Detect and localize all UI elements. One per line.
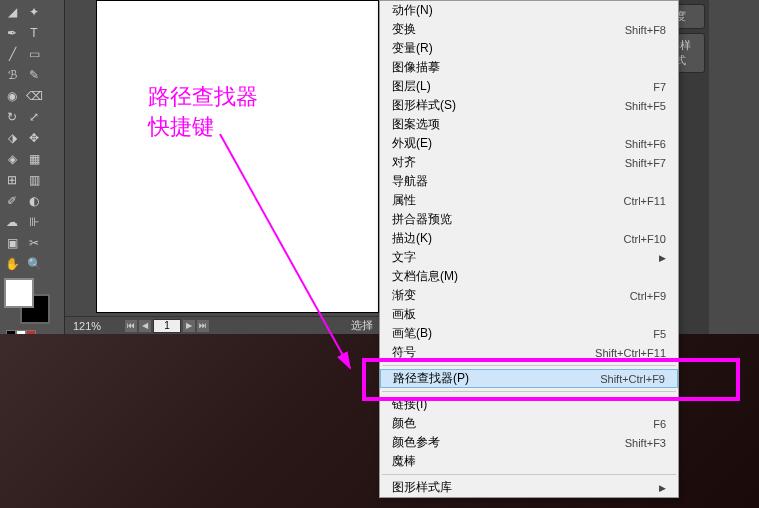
page-input[interactable]: [153, 319, 181, 333]
menu-pathfinder[interactable]: 路径查找器(P)Shift+Ctrl+F9: [380, 369, 678, 388]
tool-eraser[interactable]: ⌫: [24, 86, 44, 106]
menu-links[interactable]: 链接(I): [380, 395, 678, 414]
tool-pen[interactable]: ✒: [2, 23, 22, 43]
annotation-line1: 路径查找器: [148, 82, 258, 112]
tool-graph[interactable]: ⊪: [24, 212, 44, 232]
menu-docinfo[interactable]: 文档信息(M): [380, 267, 678, 286]
tool-shape[interactable]: ◈: [2, 149, 22, 169]
menu-magicwand[interactable]: 魔棒: [380, 452, 678, 471]
tool-line[interactable]: ╱: [2, 44, 22, 64]
menu-color[interactable]: 颜色F6: [380, 414, 678, 433]
menu-separator: [382, 474, 676, 475]
menu-colorguide[interactable]: 颜色参考Shift+F3: [380, 433, 678, 452]
tool-blob[interactable]: ◉: [2, 86, 22, 106]
annotation-line2: 快捷键: [148, 112, 258, 142]
menu-imagetrace[interactable]: 图像描摹: [380, 58, 678, 77]
tool-hand[interactable]: ✋: [2, 254, 22, 274]
page-navigator: ⏮ ◀ ▶ ⏭: [125, 319, 209, 333]
menu-artboards[interactable]: 画板: [380, 305, 678, 324]
tool-slice[interactable]: ✂: [24, 233, 44, 253]
menu-appearance[interactable]: 外观(E)Shift+F6: [380, 134, 678, 153]
last-page-button[interactable]: ⏭: [197, 320, 209, 332]
tool-width[interactable]: ⬗: [2, 128, 22, 148]
tool-wand[interactable]: ✦: [24, 2, 44, 22]
prev-page-button[interactable]: ◀: [139, 320, 151, 332]
tool-artboard[interactable]: ▣: [2, 233, 22, 253]
menu-flattener[interactable]: 拼合器预览: [380, 210, 678, 229]
menu-symbols[interactable]: 符号Shift+Ctrl+F11: [380, 343, 678, 362]
menu-transform[interactable]: 变换Shift+F8: [380, 20, 678, 39]
tool-symbol[interactable]: ☁: [2, 212, 22, 232]
tool-perspective[interactable]: ▦: [24, 149, 44, 169]
menu-graphiclib[interactable]: 图形样式库▶: [380, 478, 678, 497]
menu-brushes[interactable]: 画笔(B)F5: [380, 324, 678, 343]
menu-attributes[interactable]: 属性Ctrl+F11: [380, 191, 678, 210]
tool-zoom[interactable]: 🔍: [24, 254, 44, 274]
first-page-button[interactable]: ⏮: [125, 320, 137, 332]
zoom-level[interactable]: 121%: [73, 320, 113, 332]
menu-navigator[interactable]: 导航器: [380, 172, 678, 191]
canvas-area: [65, 0, 379, 334]
menu-align[interactable]: 对齐Shift+F7: [380, 153, 678, 172]
color-swatches[interactable]: [4, 278, 54, 328]
tool-blend[interactable]: ◐: [24, 191, 44, 211]
annotation-text: 路径查找器 快捷键: [148, 82, 258, 141]
tool-rect[interactable]: ▭: [24, 44, 44, 64]
tool-pencil[interactable]: ✎: [24, 65, 44, 85]
tool-free[interactable]: ✥: [24, 128, 44, 148]
menu-graphicstyles[interactable]: 图形样式(S)Shift+F5: [380, 96, 678, 115]
status-label: 选择: [351, 318, 373, 333]
menu-gradient[interactable]: 渐变Ctrl+F9: [380, 286, 678, 305]
chevron-right-icon: ▶: [659, 483, 666, 493]
menu-actions[interactable]: 动作(N): [380, 1, 678, 20]
tool-brush[interactable]: ℬ: [2, 65, 22, 85]
tool-mesh[interactable]: ⊞: [2, 170, 22, 190]
window-context-menu: 动作(N) 变换Shift+F8 变量(R) 图像描摹 图层(L)F7 图形样式…: [379, 0, 679, 498]
fill-swatch[interactable]: [4, 278, 34, 308]
tool-rotate[interactable]: ↻: [2, 107, 22, 127]
tool-lasso[interactable]: ◢: [2, 2, 22, 22]
menu-patternoptions[interactable]: 图案选项: [380, 115, 678, 134]
menu-separator: [382, 391, 676, 392]
menu-separator: [382, 365, 676, 366]
menu-stroke[interactable]: 描边(K)Ctrl+F10: [380, 229, 678, 248]
chevron-right-icon: ▶: [659, 253, 666, 263]
menu-type[interactable]: 文字▶: [380, 248, 678, 267]
tool-gradient[interactable]: ▥: [24, 170, 44, 190]
tool-type[interactable]: T: [24, 23, 44, 43]
menu-variables[interactable]: 变量(R): [380, 39, 678, 58]
menu-layers[interactable]: 图层(L)F7: [380, 77, 678, 96]
artboard-canvas[interactable]: [96, 0, 379, 313]
status-bar: 121% ⏮ ◀ ▶ ⏭ 选择: [65, 316, 379, 334]
panel-edge: [709, 0, 759, 334]
next-page-button[interactable]: ▶: [183, 320, 195, 332]
tools-toolbar: ◢✦ ✒T ╱▭ ℬ✎ ◉⌫ ↻⤢ ⬗✥ ◈▦ ⊞▥ ✐◐ ☁⊪ ▣✂ ✋🔍 ▢…: [0, 0, 65, 334]
tool-scale[interactable]: ⤢: [24, 107, 44, 127]
tool-eyedrop[interactable]: ✐: [2, 191, 22, 211]
